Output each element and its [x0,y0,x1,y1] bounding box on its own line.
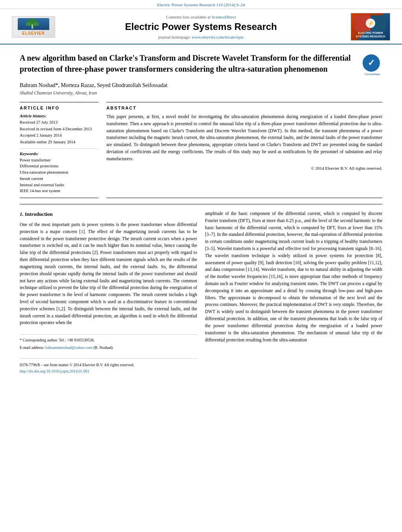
elsevier-logo: ELSEVIER [12,16,55,38]
authors: Bahram Noshad*, Morteza Razaz, Seyed Gho… [20,82,382,89]
article-title-section: A new algorithm based on Clarke's Transf… [20,52,382,78]
journal-logo-section: ⚡ ELECTRIC POWER SYSTEMS RESEARCH [343,13,390,41]
main-content: A new algorithm based on Clarke's Transf… [0,44,402,382]
accepted-date: Accepted 2 January 2014 [20,133,99,139]
bottom-info: 0378-7796/$ – see front matter © 2014 El… [20,358,197,374]
body-content: 1. Introduction One of the most importan… [20,210,382,374]
journal-logo-graphic: ⚡ [355,15,386,31]
footnote-star: * Corresponding author. Tel.: +98 916553… [20,337,197,343]
contents-label: Contents lists available at [166,15,210,19]
issn-line: 0378-7796/$ – see front matter © 2014 El… [20,362,197,368]
journal-logo-text: ELECTRIC POWER SYSTEMS RESEARCH [353,31,388,38]
keyword-4: Inrush current [20,176,99,182]
crossmark-label: CrossMark [363,72,382,76]
abstract-section: ABSTRACT This paper presents, at first, … [106,102,382,198]
journal-reference: Electric Power Systems Research 110 (201… [0,0,402,9]
article-info-heading: ARTICLE INFO [20,106,99,110]
abstract-heading: ABSTRACT [106,106,382,110]
doi-line: http://dx.doi.org/10.1016/j.epsr.2014.01… [20,368,197,374]
received-date: Received 27 July 2013 [20,120,99,126]
email-suffix: (B. Noshad). [93,345,114,350]
info-abstract-section: ARTICLE INFO Article history: Received 2… [20,102,382,198]
keyword-6: IEEE 14-bus test system [20,188,99,194]
crossmark-badge[interactable]: ✓ CrossMark [363,54,382,74]
svg-point-2 [26,22,32,26]
keyword-1: Power transformer [20,158,99,163]
authors-text: Bahram Noshad*, Morteza Razaz, Seyed Gho… [20,82,168,88]
history-label: Article history: [20,113,99,118]
section-number: 1. [20,211,24,217]
revised-date: Received in revised form 4 December 2013 [20,126,99,132]
copyright-line: © 2014 Elsevier B.V. All rights reserved… [106,166,382,171]
crossmark-icon: ✓ [368,58,375,68]
affiliation: Shahid Chamran University, Ahvaz, Iran [20,90,382,96]
intro-left-paragraph: One of the most important parts in power… [20,221,197,326]
elsevier-tree-icon [22,19,45,30]
right-body-column: amplitude of the basic component of the … [205,210,382,374]
elsevier-text: ELSEVIER [22,31,45,35]
journal-header: ELSEVIER Contents lists available at Sci… [0,9,402,44]
crossmark-circle: ✓ [363,54,380,72]
keyword-3: Ultra-saturation phenomenon [20,170,99,176]
article-title: A new algorithm based on Clarke's Transf… [20,52,363,74]
homepage-link[interactable]: www.elsevier.com/locate/epsr [192,35,244,39]
homepage-label: journal homepage: [158,35,191,39]
journal-homepage: journal homepage: www.elsevier.com/locat… [59,35,343,39]
svg-text:⚡: ⚡ [367,20,374,27]
footnotes: * Corresponding author. Tel.: +98 916553… [20,334,197,350]
journal-title: Electric Power Systems Research [59,21,343,32]
left-body-column: 1. Introduction One of the most importan… [20,210,197,374]
keyword-2: Differential protections [20,163,99,169]
keyword-5: Internal and external faults [20,182,99,188]
contents-available: Contents lists available at ScienceDirec… [59,15,343,19]
elsevier-logo-section: ELSEVIER [12,16,59,38]
keywords-section: Keywords: Power transformer Differential… [20,148,99,194]
doi-link[interactable]: http://dx.doi.org/10.1016/j.epsr.2014.01… [20,369,89,373]
journal-title-section: Contents lists available at ScienceDirec… [59,15,343,39]
journal-logo-box: ⚡ ELECTRIC POWER SYSTEMS RESEARCH [351,13,390,41]
intro-right-paragraph: amplitude of the basic component of the … [205,210,382,343]
svg-point-3 [33,22,39,26]
online-date: Available online 29 January 2014 [20,139,99,145]
journal-ref-text: Electric Power Systems Research 110 (201… [157,2,245,7]
section-divider [20,204,382,204]
sciencedirect-link[interactable]: ScienceDirect [212,15,236,19]
email-label: E-mail address: [20,345,44,350]
introduction-heading: 1. Introduction [20,210,197,218]
section-title: Introduction [25,211,53,217]
email-link[interactable]: bahrammnoshad@yahoo.com [45,345,92,350]
elsevier-logo-graphic [18,18,49,30]
footnote-email: E-mail address: bahrammnoshad@yahoo.com … [20,345,197,351]
abstract-text: This paper presents, at first, a novel m… [106,113,382,163]
article-info: ARTICLE INFO Article history: Received 2… [20,102,99,198]
keywords-label: Keywords: [20,151,99,156]
